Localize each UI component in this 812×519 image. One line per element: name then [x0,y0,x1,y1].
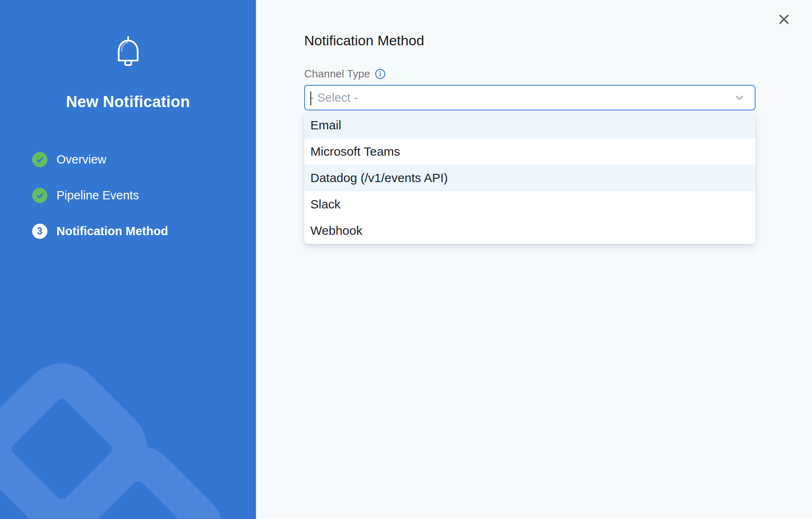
notification-method-panel: Notification Method Channel Type - Selec… [256,0,812,519]
bell-icon [112,35,145,70]
new-notification-modal: New Notification Overview [0,0,812,519]
close-icon [777,12,791,28]
step-label: Pipeline Events [56,189,139,202]
step-overview[interactable]: Overview [32,152,256,167]
dropdown-option-webhook[interactable]: Webhook [304,217,756,244]
check-icon [32,152,47,167]
page-title: Notification Method [304,30,812,50]
dropdown-option-slack[interactable]: Slack [304,191,756,217]
select-placeholder: - Select - [310,91,358,105]
channel-type-field-label: Channel Type [304,68,812,80]
step-number-badge: 3 [32,224,47,239]
step-label: Overview [56,153,106,166]
check-icon [32,188,47,203]
text-cursor [310,91,311,105]
wizard-steps: Overview Pipeline Events 3 Notification … [0,152,256,239]
watermark-ring-top [0,346,164,519]
step-label: Notification Method [56,224,168,238]
dropdown-option-microsoft-teams[interactable]: Microsoft Teams [304,138,756,165]
chevron-down-icon [734,92,745,103]
info-icon[interactable] [375,68,386,79]
step-notification-method[interactable]: 3 Notification Method [32,224,256,239]
watermark-ring-bottom [35,429,241,519]
dropdown-option-email[interactable]: Email [304,112,756,138]
channel-type-label: Channel Type [304,68,370,80]
step-pipeline-events[interactable]: Pipeline Events [32,188,256,203]
channel-type-dropdown: Email Microsoft Teams Datadog (/v1/event… [304,112,756,244]
dropdown-option-datadog[interactable]: Datadog (/v1/events API) [304,165,756,191]
close-button[interactable] [777,12,791,27]
wizard-title: New Notification [0,93,256,111]
wizard-sidebar: New Notification Overview [0,0,256,519]
channel-type-select[interactable]: - Select - [304,85,756,110]
